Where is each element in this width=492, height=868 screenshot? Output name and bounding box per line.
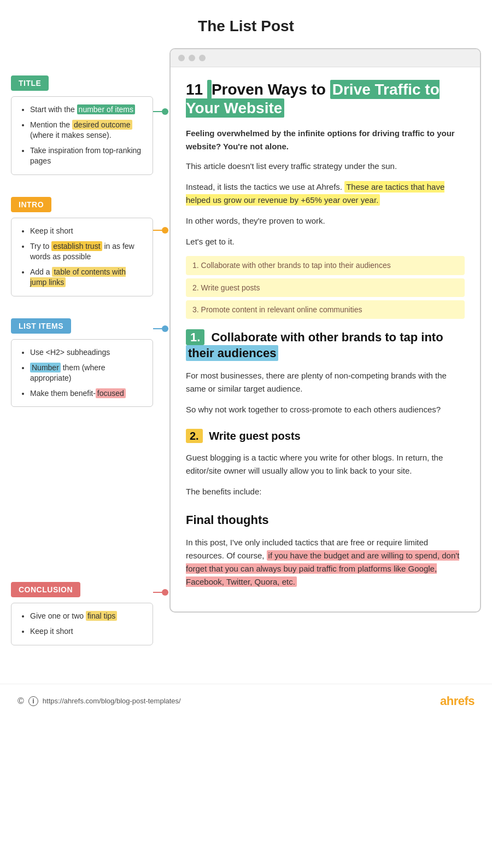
article-title-num: 11 [186, 81, 203, 98]
title-tip-3: Take inspiration from top-ranking pages [30, 145, 144, 167]
section-1-title: Collaborate with other brands to tap int… [186, 330, 443, 361]
title-tip-1: Start with the number of items [30, 104, 144, 115]
list-items-label: LIST ITEMS [11, 318, 71, 334]
section-1-para-2: So why not work together to cross-promot… [186, 403, 465, 416]
intro-tip-2: Try to establish trust in as few words a… [30, 241, 144, 263]
footer-url[interactable]: https://ahrefs.com/blog/blog-post-templa… [43, 697, 181, 705]
title-label: TITLE [11, 75, 49, 91]
toc-item-2[interactable]: 2. Write guest posts [186, 278, 465, 297]
toc-item-3[interactable]: 3. Promote content in relevant online co… [186, 300, 465, 319]
conclusion-annotation-box: Give one or two final tips Keep it short [11, 603, 153, 645]
section-2-num: 2. [186, 429, 203, 443]
outcome-highlight: desired outcome [72, 120, 132, 130]
cc-icon: © [17, 696, 24, 706]
number-highlight: number of items [77, 104, 135, 114]
toc-highlight: table of contents with jump links [30, 267, 126, 288]
section-1-para-1: For most businesses, there are plenty of… [186, 369, 465, 395]
intro-bold-text: Feeling overwhelmed by the infinite opti… [186, 127, 465, 153]
trust-highlight: establish trust [51, 241, 102, 251]
footer-logo: ahrefs [440, 694, 475, 708]
footer-left: © i https://ahrefs.com/blog/blog-post-te… [17, 696, 181, 706]
page-title: The List Post [0, 0, 492, 48]
section-1-num: 1. [186, 329, 204, 345]
list-items-annotation: LIST ITEMS Use <H2> subheadings Number t… [11, 318, 153, 407]
browser-bar [171, 49, 480, 67]
browser-dot-1 [178, 55, 185, 61]
title-annotation: TITLE Start with the number of items Men… [11, 75, 153, 175]
intro-annotation: INTRO Keep it short Try to establish tru… [11, 197, 153, 296]
intro-tip-3: Add a table of contents with jump links [30, 267, 144, 288]
focused-highlight: focused [96, 388, 126, 398]
list-tip-1: Use <H2> subheadings [30, 347, 144, 358]
para-4: Let's get to it. [186, 235, 465, 248]
section-2-title: Write guest posts [209, 430, 300, 442]
toc-list: 1. Collaborate with other brands to tap … [186, 256, 465, 319]
browser-dot-2 [189, 55, 195, 61]
list-items-annotation-box: Use <H2> subheadings Number them (where … [11, 339, 153, 407]
para-2-start: Instead, it lists the tactics we use at … [186, 182, 342, 191]
para-3: In other words, they're proven to work. [186, 214, 465, 228]
number-tip-highlight: Number [30, 363, 61, 372]
browser-window: 11 Proven Ways to Drive Traffic to Your … [169, 48, 481, 613]
section-1-title-highlight: their audiences [186, 345, 278, 361]
final-heading: Final thoughts [186, 510, 465, 529]
page-wrapper: The List Post TITLE Start with the numbe… [0, 0, 492, 718]
list-tip-2: Number them (where appropriate) [30, 363, 144, 384]
title-annotation-box: Start with the number of items Mention t… [11, 96, 153, 175]
annotations-column: TITLE Start with the number of items Men… [11, 48, 164, 662]
title-tip-2: Mention the desired outcome (where it ma… [30, 120, 144, 141]
conclusion-tip-1: Give one or two final tips [30, 611, 144, 622]
article-title-rest: Proven Ways to [212, 81, 330, 98]
browser-dot-3 [199, 55, 206, 61]
intro-tip-1: Keep it short [30, 226, 144, 237]
section-1-heading: 1. Collaborate with other brands to tap … [186, 330, 465, 361]
list-tip-3: Make them benefit-focused [30, 388, 144, 399]
intro-label: INTRO [11, 197, 51, 212]
section-2-para-1: Guest blogging is a tactic where you wri… [186, 451, 465, 477]
toc-item-1[interactable]: 1. Collaborate with other brands to tap … [186, 256, 465, 275]
article-title: 11 Proven Ways to Drive Traffic to Your … [186, 80, 465, 117]
conclusion-label: CONCLUSION [11, 582, 80, 597]
para-2: Instead, it lists the tactics we use at … [186, 180, 465, 207]
final-para: In this post, I've only included tactics… [186, 536, 465, 589]
intro-annotation-box: Keep it short Try to establish trust in … [11, 218, 153, 296]
conclusion-tip-2: Keep it short [30, 626, 144, 637]
info-icon: i [28, 696, 38, 706]
para-1: This article doesn't list every traffic … [186, 160, 465, 173]
article-title-green [207, 80, 212, 99]
section-2-heading: 2. Write guest posts [186, 427, 465, 445]
section-2-para-2: The benefits include: [186, 485, 465, 498]
final-tips-highlight: final tips [86, 611, 117, 621]
conclusion-annotation: CONCLUSION Give one or two final tips Ke… [11, 582, 153, 645]
footer: © i https://ahrefs.com/blog/blog-post-te… [0, 684, 492, 718]
browser-content: 11 Proven Ways to Drive Traffic to Your … [171, 67, 480, 611]
main-layout: TITLE Start with the number of items Men… [0, 48, 492, 684]
